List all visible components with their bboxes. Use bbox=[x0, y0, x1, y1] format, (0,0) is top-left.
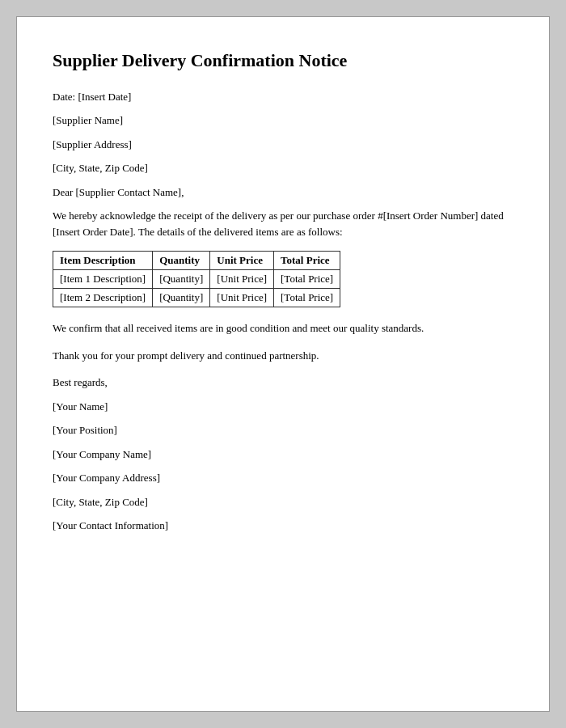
document-title: Supplier Delivery Confirmation Notice bbox=[53, 49, 513, 73]
col-total-price: Total Price bbox=[274, 252, 340, 270]
col-quantity: Quantity bbox=[153, 252, 210, 270]
supplier-name-field: [Supplier Name] bbox=[53, 112, 513, 129]
body-paragraph: We hereby acknowledge the receipt of the… bbox=[53, 208, 513, 239]
table-cell: [Item 2 Description] bbox=[53, 289, 153, 307]
supplier-address-field: [Supplier Address] bbox=[53, 137, 513, 153]
closing-field: Best regards, bbox=[53, 375, 513, 391]
table-cell: [Item 1 Description] bbox=[53, 270, 153, 289]
table-cell: [Total Price] bbox=[274, 270, 340, 289]
table-header-row: Item Description Quantity Unit Price Tot… bbox=[53, 252, 340, 270]
table-cell: [Total Price] bbox=[274, 289, 340, 307]
your-name-field: [Your Name] bbox=[53, 399, 513, 415]
col-unit-price: Unit Price bbox=[210, 252, 274, 270]
table-cell: [Quantity] bbox=[153, 270, 210, 289]
your-company-name-field: [Your Company Name] bbox=[53, 447, 513, 463]
your-position-field: [Your Position] bbox=[53, 422, 513, 438]
quality-statement: We confirm that all received items are i… bbox=[53, 320, 513, 336]
table-cell: [Quantity] bbox=[153, 289, 210, 307]
table-row: [Item 1 Description][Quantity][Unit Pric… bbox=[53, 270, 340, 289]
date-field: Date: [Insert Date] bbox=[53, 89, 513, 105]
table-row: [Item 2 Description][Quantity][Unit Pric… bbox=[53, 289, 340, 307]
city-state-zip-field: [City, State, Zip Code] bbox=[53, 160, 513, 176]
document: Supplier Delivery Confirmation Notice Da… bbox=[16, 16, 550, 712]
salutation-field: Dear [Supplier Contact Name], bbox=[53, 184, 513, 201]
items-table: Item Description Quantity Unit Price Tot… bbox=[53, 251, 340, 307]
col-item-description: Item Description bbox=[53, 252, 153, 270]
table-cell: [Unit Price] bbox=[210, 270, 274, 289]
your-city-state-zip-field: [City, State, Zip Code] bbox=[53, 494, 513, 510]
thank-you-statement: Thank you for your prompt delivery and c… bbox=[53, 348, 513, 364]
signature-section: Best regards, [Your Name] [Your Position… bbox=[53, 375, 513, 534]
your-contact-info-field: [Your Contact Information] bbox=[53, 518, 513, 534]
table-cell: [Unit Price] bbox=[210, 289, 274, 307]
your-company-address-field: [Your Company Address] bbox=[53, 470, 513, 486]
